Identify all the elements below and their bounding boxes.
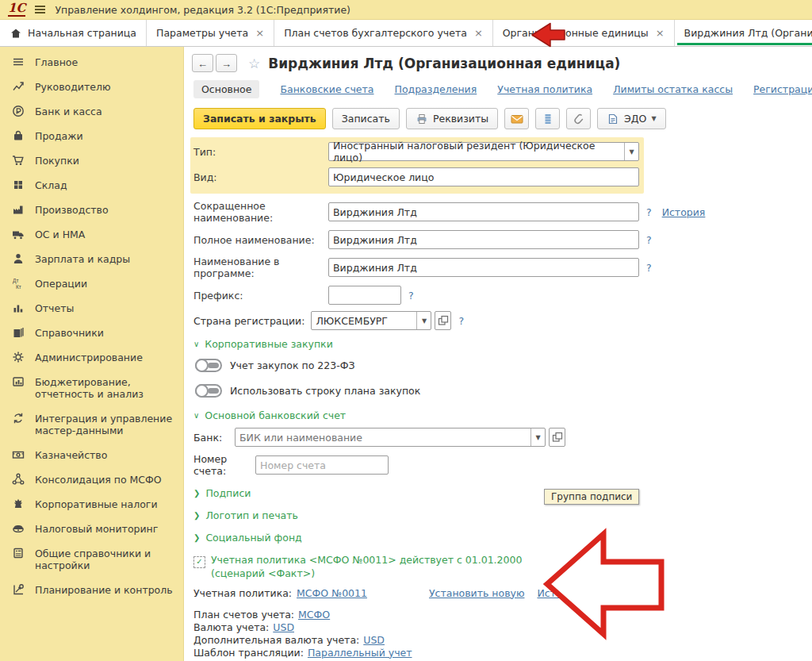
collapsed-section-2[interactable]: ❯Социальный фонд bbox=[193, 532, 810, 544]
attachments-button[interactable] bbox=[566, 108, 591, 129]
sidebar-item-4[interactable]: Покупки bbox=[0, 148, 183, 173]
sidebar-item-17[interactable]: Корпоративные налоги bbox=[0, 492, 183, 517]
form-nav-5[interactable]: Регистрации в налоговых органах bbox=[753, 83, 812, 95]
form-nav-2[interactable]: Подразделения bbox=[395, 83, 477, 95]
list-button[interactable] bbox=[535, 108, 560, 129]
policy-info-value[interactable]: МСФО bbox=[298, 609, 330, 621]
form-nav-0[interactable]: Основное bbox=[193, 80, 259, 98]
help-icon[interactable]: ? bbox=[408, 290, 414, 302]
grid-icon bbox=[12, 179, 26, 191]
tab-3[interactable]: Организационные единицы× bbox=[493, 20, 675, 46]
tab-0[interactable]: Начальная страница bbox=[0, 20, 147, 46]
type-combobox[interactable]: Иностранный налоговый резидент (Юридичес… bbox=[328, 142, 639, 161]
save-close-button[interactable]: Записать и закрыть bbox=[193, 108, 326, 129]
sidebar-item-10[interactable]: Отчеты bbox=[0, 296, 183, 321]
sidebar-item-3[interactable]: Продажи bbox=[0, 124, 183, 148]
sidebar-item-18[interactable]: Налоговый мониторинг bbox=[0, 517, 183, 541]
sidebar-item-label: Планирование и контроль bbox=[35, 584, 173, 596]
sidebar-item-6[interactable]: Производство bbox=[0, 198, 183, 222]
close-tab-icon[interactable]: × bbox=[255, 27, 264, 39]
network-icon bbox=[12, 473, 26, 486]
country-combobox[interactable]: ЛЮКСЕМБУРГ ▼ bbox=[311, 311, 431, 330]
policy-info-value[interactable]: Параллельный учет bbox=[308, 647, 412, 659]
policy-info-line-3: Шаблон трансляции:Параллельный учет bbox=[193, 647, 810, 659]
section-main-bank[interactable]: ∨ Основной банковский счет bbox=[193, 409, 810, 421]
program-name-field[interactable] bbox=[328, 258, 639, 277]
form-nav-4[interactable]: Лимиты остатка кассы bbox=[613, 83, 733, 95]
policy-info-value[interactable]: USD bbox=[273, 621, 294, 633]
group-checkbox-icon[interactable]: ✓ bbox=[193, 556, 205, 568]
sidebar-item-13[interactable]: Бюджетирование, отчетность и анализ bbox=[0, 370, 183, 406]
save-button[interactable]: Записать bbox=[332, 108, 400, 129]
toggle-switch[interactable] bbox=[195, 384, 222, 398]
envelope-icon bbox=[511, 113, 523, 125]
sidebar-item-16[interactable]: Консолидация по МСФО bbox=[0, 467, 183, 492]
form-nav-1[interactable]: Банковские счета bbox=[280, 83, 373, 95]
help-icon[interactable]: ? bbox=[646, 206, 652, 218]
budget-icon bbox=[12, 375, 26, 388]
sidebar-item-9[interactable]: ДтКтОперации bbox=[0, 271, 183, 296]
sidebar-item-label: Бюджетирование, отчетность и анализ bbox=[35, 376, 177, 400]
open-item-button[interactable] bbox=[549, 428, 565, 447]
sidebar-item-8[interactable]: Зарплата и кадры bbox=[0, 247, 183, 271]
main-menu-icon[interactable] bbox=[35, 6, 45, 13]
short-name-label: Сокращенное наименование: bbox=[193, 200, 328, 224]
account-number-field[interactable] bbox=[255, 455, 389, 475]
edo-button[interactable]: ЭДО▼ bbox=[597, 108, 666, 129]
collapsed-section-0[interactable]: ❯Подписи bbox=[193, 487, 810, 499]
short-name-field[interactable] bbox=[328, 202, 639, 221]
section-procurement-title: Корпоративные закупки bbox=[205, 338, 332, 350]
collapsed-section-label: Логотип и печать bbox=[205, 509, 297, 521]
close-tab-icon[interactable]: × bbox=[474, 27, 483, 39]
edo-icon bbox=[607, 113, 619, 125]
help-icon[interactable]: ? bbox=[646, 262, 652, 274]
bank-field[interactable] bbox=[236, 432, 530, 444]
prefix-field[interactable] bbox=[328, 286, 401, 305]
main-panel: ← → ☆ Вирджиния Лтд (Организационная еди… bbox=[184, 47, 812, 661]
help-icon[interactable]: ? bbox=[458, 315, 464, 327]
sidebar-item-1[interactable]: Руководителю bbox=[0, 75, 183, 99]
close-tab-icon[interactable]: × bbox=[656, 27, 665, 39]
open-item-button[interactable] bbox=[435, 311, 451, 330]
full-name-field[interactable] bbox=[328, 230, 639, 249]
toggle-switch[interactable] bbox=[195, 359, 222, 372]
tab-label: Параметры учета bbox=[156, 27, 248, 39]
forward-button[interactable]: → bbox=[216, 54, 237, 72]
policy-action-0[interactable]: Установить новую bbox=[429, 587, 524, 599]
mail-button[interactable] bbox=[504, 108, 529, 129]
tab-1[interactable]: Параметры учета× bbox=[147, 20, 274, 46]
sidebar-item-label: Налоговый мониторинг bbox=[35, 523, 158, 535]
sidebar-item-7[interactable]: ОС и НМА bbox=[0, 222, 183, 247]
sidebar-item-14[interactable]: Интеграция и управление мастер-данными bbox=[0, 406, 183, 443]
section-procurement[interactable]: ∨ Корпоративные закупки bbox=[193, 338, 810, 350]
sidebar-item-20[interactable]: Планирование и контроль bbox=[0, 578, 183, 602]
tab-4[interactable]: Вирджиния Лтд (Организационная единица)× bbox=[675, 20, 812, 46]
combo-arrow-icon[interactable]: ▼ bbox=[624, 143, 638, 160]
tab-2[interactable]: План счетов бухгалтерского учета× bbox=[274, 20, 493, 46]
bank-combobox[interactable]: ▼ bbox=[235, 428, 546, 447]
collapsed-section-1[interactable]: ❯Логотип и печать bbox=[193, 509, 810, 521]
help-icon[interactable]: ? bbox=[646, 234, 652, 246]
sidebar-item-12[interactable]: Администрирование bbox=[0, 345, 183, 370]
plan-icon bbox=[12, 583, 26, 596]
sidebar-item-15[interactable]: Казначейство bbox=[0, 443, 183, 467]
requisites-button[interactable]: Реквизиты bbox=[406, 108, 498, 129]
sidebar-item-11[interactable]: Справочники bbox=[0, 321, 183, 345]
combo-arrow-icon[interactable]: ▼ bbox=[530, 428, 545, 446]
short-name-history-link[interactable]: История bbox=[662, 206, 706, 218]
combo-arrow-icon[interactable]: ▼ bbox=[416, 312, 431, 329]
sidebar: ГлавноеРуководителюБанк и кассаПродажиПо… bbox=[0, 47, 184, 661]
policy-info-value[interactable]: USD bbox=[363, 634, 385, 646]
sidebar-item-19[interactable]: Общие справочники и настройки bbox=[0, 541, 183, 578]
trend-icon bbox=[12, 80, 26, 93]
sidebar-item-2[interactable]: Банк и касса bbox=[0, 99, 183, 124]
back-button[interactable]: ← bbox=[192, 54, 213, 72]
form-nav-3[interactable]: Учетная политика bbox=[497, 83, 592, 95]
sidebar-item-5[interactable]: Склад bbox=[0, 173, 183, 198]
kind-field[interactable] bbox=[328, 167, 639, 186]
policy-action-1[interactable]: История bbox=[537, 587, 580, 599]
accounting-policy-link[interactable]: МСФО №0011 bbox=[297, 587, 367, 599]
favorite-star-icon[interactable]: ☆ bbox=[248, 56, 260, 71]
sidebar-item-0[interactable]: Главное bbox=[0, 50, 183, 75]
emblem-icon bbox=[12, 498, 26, 510]
